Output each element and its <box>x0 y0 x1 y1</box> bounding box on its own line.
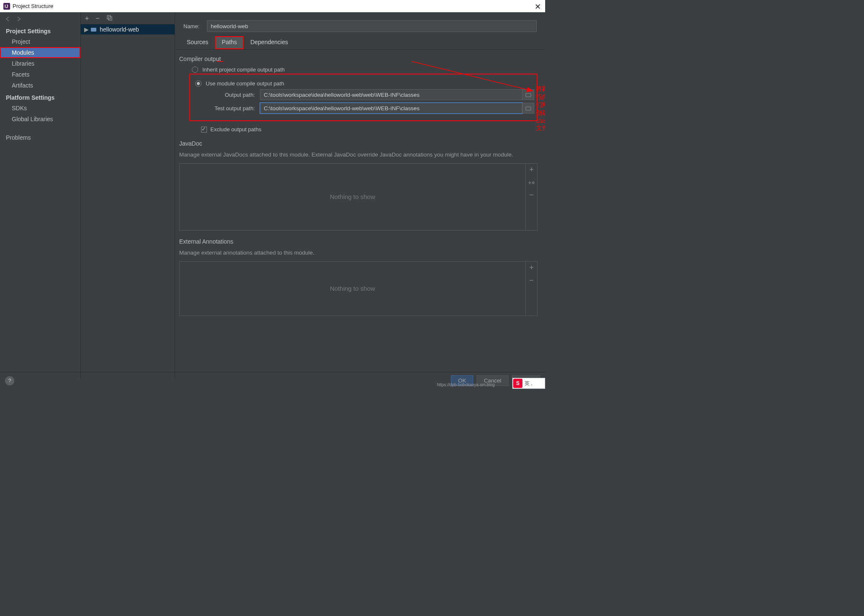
help-icon[interactable]: ? <box>5 376 14 385</box>
nav-libraries[interactable]: Libraries <box>0 58 80 69</box>
back-icon[interactable] <box>5 16 11 22</box>
svg-rect-8 <box>526 93 531 97</box>
extannot-title: External Annotations <box>179 238 538 245</box>
nav-sdks[interactable]: SDKs <box>0 103 80 114</box>
remove-module-icon[interactable]: − <box>95 15 99 22</box>
tab-sources[interactable]: Sources <box>180 36 215 49</box>
module-tabs: Sources Paths Dependencies <box>175 36 545 50</box>
nav-modules[interactable]: Modules <box>0 47 80 58</box>
extannot-panel: Nothing to show + − <box>179 261 538 316</box>
module-name-input[interactable] <box>207 20 537 32</box>
copy-module-icon[interactable] <box>106 15 112 22</box>
section-project-settings: Project Settings <box>0 24 80 36</box>
svg-rect-4 <box>91 28 96 32</box>
exclude-output-checkbox[interactable]: Exclude output paths <box>201 126 538 133</box>
window-title: Project Structure <box>13 3 53 9</box>
remove-javadoc-icon[interactable]: − <box>526 189 537 202</box>
nav-project[interactable]: Project <box>0 36 80 47</box>
javadoc-title: JavaDoc <box>179 140 538 147</box>
section-platform-settings: Platform Settings <box>0 91 80 103</box>
svg-text:IJ: IJ <box>5 4 8 9</box>
forward-icon[interactable] <box>16 16 22 22</box>
radio-inherit-label: Inherit project compile output path <box>202 66 285 73</box>
nav-global-libraries[interactable]: Global Libraries <box>0 114 80 125</box>
close-icon[interactable]: ✕ <box>535 2 541 11</box>
output-path-label: Output path: <box>193 92 260 98</box>
left-sidebar: Project Settings Project Modules Librari… <box>0 13 81 379</box>
nav-artifacts[interactable]: Artifacts <box>0 80 80 91</box>
remove-extannot-icon[interactable]: − <box>526 274 537 287</box>
test-output-path-input[interactable] <box>260 103 522 114</box>
app-icon: IJ <box>3 3 10 10</box>
ime-badge[interactable]: S 英 , <box>512 378 545 389</box>
add-module-icon[interactable]: + <box>85 15 89 22</box>
module-tree-item[interactable]: ▶ helloworld-web <box>81 24 175 35</box>
module-list-panel: + − ▶ helloworld-web <box>81 13 175 379</box>
exclude-label: Exclude output paths <box>210 126 261 133</box>
svg-rect-2 <box>107 16 111 19</box>
radio-icon <box>192 66 198 73</box>
content-panel: Name: Sources Paths Dependencies 将路径指向我们… <box>175 13 545 379</box>
radio-module[interactable]: Use module compile output path <box>195 80 534 87</box>
radio-module-label: Use module compile output path <box>206 80 284 87</box>
javadoc-empty: Nothing to show <box>180 164 525 230</box>
add-extannot-icon[interactable]: + <box>526 262 537 274</box>
checkbox-icon <box>201 127 207 133</box>
expand-arrow-icon[interactable]: ▶ <box>84 26 89 33</box>
extannot-empty: Nothing to show <box>180 262 525 316</box>
browse-test-output-icon[interactable] <box>522 103 534 114</box>
watermark: https://dpb-bobokaoya-sm.blog <box>437 382 495 387</box>
compiler-output-label: Compiler output <box>179 56 538 62</box>
titlebar: IJ Project Structure ✕ <box>0 0 545 13</box>
module-folder-icon <box>90 27 97 32</box>
extannot-desc: Manage external annotations attached to … <box>179 249 538 257</box>
tab-paths[interactable]: Paths <box>215 36 244 49</box>
output-path-input[interactable] <box>260 89 522 100</box>
browse-output-icon[interactable] <box>522 89 534 100</box>
sogou-icon: S <box>513 379 522 388</box>
module-name-label: helloworld-web <box>100 26 139 33</box>
add-javadoc-icon[interactable]: + <box>526 164 537 176</box>
name-label: Name: <box>183 23 207 29</box>
javadoc-panel: Nothing to show + +⊕ − <box>179 163 538 231</box>
javadoc-desc: Manage external JavaDocs attached to thi… <box>179 151 538 159</box>
nav-problems[interactable]: Problems <box>0 132 80 143</box>
radio-inherit[interactable]: Inherit project compile output path <box>192 66 538 73</box>
radio-icon <box>195 80 201 87</box>
svg-rect-3 <box>109 17 112 20</box>
nav-facets[interactable]: Facets <box>0 69 80 80</box>
test-output-path-label: Test output path: <box>193 105 260 112</box>
tab-dependencies[interactable]: Dependencies <box>244 36 295 49</box>
svg-rect-9 <box>526 107 531 110</box>
ime-text: 英 , <box>525 380 533 387</box>
add-url-javadoc-icon[interactable]: +⊕ <box>526 176 537 189</box>
